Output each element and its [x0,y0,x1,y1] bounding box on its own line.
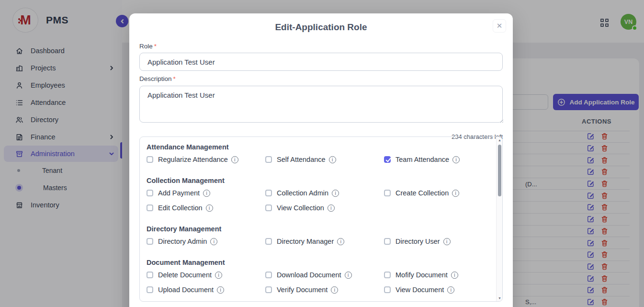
info-icon[interactable]: i [328,205,335,212]
info-icon[interactable]: i [217,286,224,294]
info-icon[interactable]: i [332,190,339,197]
scroll-up-arrow-icon[interactable]: ▲ [497,138,503,142]
info-icon[interactable]: i [337,238,344,245]
checkbox[interactable] [147,190,153,196]
info-icon[interactable]: i [452,190,459,197]
checkbox[interactable] [265,272,272,278]
checkbox[interactable] [265,205,272,211]
info-icon[interactable]: i [452,156,460,163]
permission-collection-admin[interactable]: Collection Admin i [265,189,384,197]
info-icon[interactable]: i [203,190,210,197]
permission-view-document[interactable]: View Document i [384,285,483,294]
info-icon[interactable]: i [443,238,451,245]
required-asterisk: * [154,43,157,50]
info-icon[interactable]: i [451,272,458,279]
scrollbar-thumb[interactable] [498,145,501,196]
permission-edit-collection[interactable]: Edit Collection i [147,204,265,212]
checkbox[interactable] [384,286,391,293]
info-icon[interactable]: i [215,272,222,279]
permission-verify-document[interactable]: Verify Document i [265,285,384,294]
info-icon[interactable]: i [331,286,338,294]
checkbox[interactable] [265,238,272,245]
checkbox[interactable] [265,190,272,196]
modal-title: Edit-Application Role [129,22,513,33]
permission-row: Delete Document i Download Document i Mo… [147,271,483,294]
info-icon[interactable]: i [329,156,336,163]
permission-team-attendance[interactable]: Team Attendance i [384,155,483,164]
role-input[interactable] [139,53,503,71]
checkbox[interactable] [147,286,153,293]
permission-directory-manager[interactable]: Directory Manager i [265,237,384,246]
info-icon[interactable]: i [447,286,454,294]
required-asterisk: * [173,75,176,82]
checkbox[interactable] [147,272,153,278]
permission-create-collection[interactable]: Create Collection i [384,189,483,197]
permission-directory-user[interactable]: Directory User i [384,237,483,246]
checkbox[interactable] [384,238,391,245]
close-icon: ✕ [497,22,503,30]
permission-delete-document[interactable]: Delete Document i [147,271,265,279]
checkbox[interactable] [147,156,153,163]
permission-directory-admin[interactable]: Directory Admin i [147,237,265,246]
description-textarea[interactable]: Application Test User [139,86,503,123]
checkbox[interactable] [384,190,391,196]
permission-self-attendance[interactable]: Self Attendance i [265,155,384,164]
section-title-directory-management: Directory Management [147,225,483,233]
info-icon[interactable]: i [206,205,213,212]
permission-row: Regularize Attendance i Self Attendance … [147,155,483,164]
permission-mofify-document[interactable]: Mofify Document i [384,271,483,279]
description-label: Description* [139,75,176,82]
info-icon[interactable]: i [210,238,217,245]
checkbox[interactable] [384,272,391,278]
checkbox[interactable] [265,286,272,293]
permission-add-payment[interactable]: Add Payment i [147,189,265,197]
section-title-collection-management: Collection Management [147,176,483,185]
checkbox[interactable] [384,156,391,163]
permission-row: Directory Admin i Directory Manager i Di… [147,237,483,246]
app-screen: M PMS Dashboard Projects Employees Atten… [0,0,644,307]
permission-regularize-attendance[interactable]: Regularize Attendance i [147,155,265,164]
role-label: Role* [139,43,157,50]
permission-download-document[interactable]: Download Document i [265,271,384,279]
permissions-scrollbar[interactable]: ▲ ▼ [496,137,502,301]
info-icon[interactable]: i [231,156,238,163]
permission-view-collection[interactable]: View Collection i [265,204,384,212]
permission-upload-document[interactable]: Upload Document i [147,285,265,294]
section-title-document-management: Document Management [147,258,483,267]
checkbox[interactable] [147,238,153,245]
permission-row: Add Payment i Collection Admin i Create … [147,189,483,212]
info-icon[interactable]: i [345,272,352,279]
checkbox[interactable] [147,205,153,211]
checkbox[interactable] [265,156,272,163]
scroll-down-arrow-icon[interactable]: ▼ [497,296,503,300]
close-button[interactable]: ✕ [493,19,506,33]
edit-application-role-modal: Edit-Application Role ✕ Role* Descriptio… [129,13,513,307]
section-title-attendance-management: Attendance Management [147,143,483,151]
permissions-panel: Attendance Management Regularize Attenda… [139,136,503,302]
